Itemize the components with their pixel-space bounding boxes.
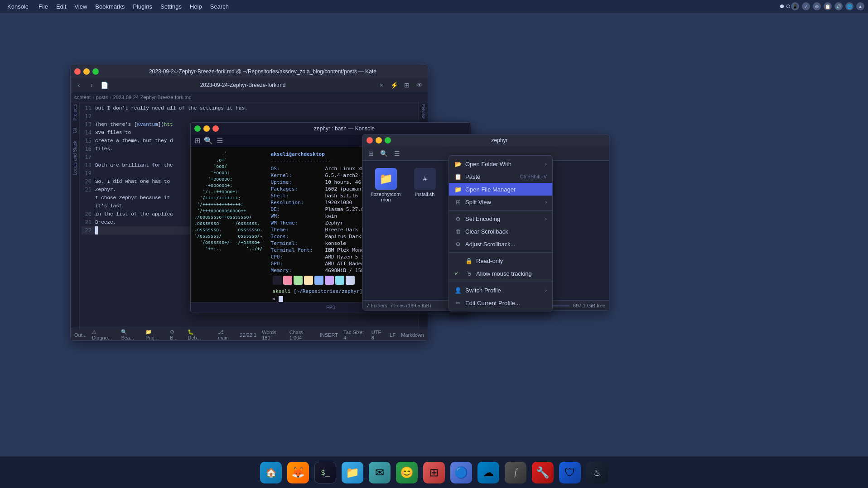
tray-network[interactable]: 🌐 bbox=[845, 2, 854, 10]
status-diagnostics[interactable]: ⚠ Diagno... bbox=[92, 329, 116, 340]
breadcrumb-sep-1: › bbox=[92, 95, 94, 100]
fm-menu-btn[interactable]: ☰ bbox=[392, 149, 402, 158]
menu-edit[interactable]: Edit bbox=[53, 2, 70, 11]
fm-title: zephyr bbox=[394, 137, 605, 144]
konsole-menu-btn[interactable]: ☰ bbox=[217, 136, 223, 145]
status-output[interactable]: Out... bbox=[74, 332, 87, 338]
menu-view[interactable]: View bbox=[71, 2, 91, 11]
menu-settings[interactable]: Settings bbox=[157, 2, 185, 11]
menu-file[interactable]: File bbox=[35, 2, 52, 11]
kate-back-btn[interactable]: ‹ bbox=[73, 80, 84, 91]
dock-instruments[interactable]: 🔧 bbox=[531, 461, 555, 484]
dock-konsole[interactable]: $_ bbox=[313, 461, 337, 484]
fm-close-btn[interactable] bbox=[366, 137, 373, 144]
ctx-switch-profile[interactable]: 👤 Switch Profile › bbox=[449, 284, 552, 297]
ctx-mouse-tracking[interactable]: ✓ 🖱 Allow mouse tracking bbox=[449, 267, 552, 280]
sidebar-lsp-btn[interactable]: Locals and Stack bbox=[72, 141, 77, 175]
status-search[interactable]: 🔍 Sea... bbox=[121, 329, 140, 340]
ctx-divider-3 bbox=[449, 282, 552, 282]
sysinfo-label: Resolution: bbox=[271, 199, 325, 206]
tray-clipboard[interactable]: 📋 bbox=[824, 2, 832, 10]
ctx-shortcut-paste: Ctrl+Shift+V bbox=[520, 174, 547, 179]
tray-vpn[interactable]: ⊕ bbox=[813, 2, 821, 10]
sysinfo-value: Zephyr bbox=[325, 220, 343, 226]
konsole-split-btn[interactable]: ⊞ bbox=[194, 136, 200, 145]
dock-kde-connect[interactable]: ⊞ bbox=[422, 461, 446, 484]
menu-bookmarks[interactable]: Bookmarks bbox=[92, 2, 128, 11]
dock-yakuake[interactable]: 😊 bbox=[395, 461, 419, 484]
dock-bitwarden[interactable]: 🛡 bbox=[558, 461, 582, 484]
fm-item-libzephyrcommon[interactable]: 📁 libzephyrcommon bbox=[370, 168, 402, 202]
ctx-set-encoding[interactable]: ⚙ Set Encoding › bbox=[449, 212, 552, 225]
menu-plugins[interactable]: Plugins bbox=[129, 2, 156, 11]
fm-min-btn[interactable] bbox=[376, 137, 382, 144]
dolphin-icon: 📁 bbox=[342, 462, 363, 483]
encoding-icon: ⚙ bbox=[454, 215, 462, 222]
ctx-open-folder-with[interactable]: 📂 Open Folder With › bbox=[449, 158, 552, 170]
dock-franz[interactable]: f bbox=[504, 461, 527, 484]
workspace-dot-2[interactable] bbox=[786, 5, 790, 8]
sidebar-projects-btn[interactable]: Projects bbox=[72, 104, 77, 120]
kate-preview-btn[interactable]: 👁 bbox=[414, 80, 425, 91]
tray-expand[interactable]: ▲ bbox=[856, 2, 864, 10]
ctx-clear-scrollback[interactable]: 🗑 Clear Scrollback bbox=[449, 225, 552, 238]
ctx-label-mouse: Allow mouse tracking bbox=[476, 270, 547, 277]
steam-icon: ♨ bbox=[586, 462, 608, 483]
chevron-right-icon-2: › bbox=[545, 199, 547, 205]
ctx-label-clear: Clear Scrollback bbox=[465, 228, 547, 235]
tray-check[interactable]: ✓ bbox=[802, 2, 810, 10]
status-mode: INSERT bbox=[320, 332, 338, 338]
konsole-green-btn[interactable] bbox=[194, 125, 201, 132]
sysinfo-label: Terminal: bbox=[271, 240, 325, 247]
fm-free-space: 697.1 GiB free bbox=[573, 303, 605, 308]
kate-forward-btn[interactable]: › bbox=[86, 80, 97, 91]
ctx-label-readonly: Read-only bbox=[476, 258, 547, 264]
dock-firefox[interactable]: 🦊 bbox=[286, 461, 310, 484]
dock-steam[interactable]: ♨ bbox=[585, 461, 609, 484]
ctx-open-file-manager[interactable]: 📁 Open File Manager bbox=[449, 183, 552, 196]
kate-min-btn[interactable] bbox=[83, 68, 90, 75]
prompt-path: [~/Repositories/zephyr] bbox=[294, 288, 362, 294]
kate-close-btn[interactable] bbox=[74, 68, 81, 75]
ctx-divider-2 bbox=[449, 252, 552, 253]
dock-kmail[interactable]: ✉ bbox=[368, 461, 391, 484]
status-build[interactable]: ⚙ B... bbox=[170, 329, 182, 340]
menu-search[interactable]: Search bbox=[207, 2, 232, 11]
dock-arch[interactable]: 🏠 bbox=[259, 461, 283, 484]
fm-split-btn[interactable]: ⊞ bbox=[366, 149, 376, 158]
dock-nextcloud[interactable]: ☁ bbox=[477, 461, 500, 484]
kate-close-tab-btn[interactable]: × bbox=[376, 80, 387, 91]
ctx-edit-profile[interactable]: ✏ Edit Current Profile... bbox=[449, 297, 552, 309]
tray-kdeconnect[interactable]: 📱 bbox=[791, 2, 799, 10]
kate-max-btn[interactable] bbox=[92, 68, 99, 75]
kate-split-btn[interactable]: ⊞ bbox=[401, 80, 412, 91]
ctx-readonly[interactable]: 🔒 Read-only bbox=[449, 254, 552, 267]
status-branch: ⎇ main bbox=[218, 329, 235, 340]
paste-icon: 📋 bbox=[454, 173, 462, 180]
dock-dolphin[interactable]: 📁 bbox=[341, 461, 364, 484]
status-projects[interactable]: 📁 Proj... bbox=[145, 329, 164, 340]
kate-lightning-btn[interactable]: ⚡ bbox=[389, 80, 400, 91]
ctx-split-view[interactable]: ⊞ Split View › bbox=[449, 196, 552, 208]
swatch-4 bbox=[314, 276, 323, 285]
chevron-right-icon-3: › bbox=[545, 216, 547, 221]
dock-korganizer[interactable]: 🔵 bbox=[449, 461, 473, 484]
konsole-close-btn[interactable] bbox=[212, 125, 219, 132]
konsole-search-btn[interactable]: 🔍 bbox=[204, 136, 213, 145]
fm-max-btn[interactable] bbox=[385, 137, 391, 144]
workspace-dot-1[interactable] bbox=[780, 5, 784, 8]
ctx-adjust-scrollback[interactable]: ⚙ Adjust Scrollback... bbox=[449, 238, 552, 250]
fm-search-btn[interactable]: 🔍 bbox=[378, 149, 390, 158]
tray-audio[interactable]: 🔊 bbox=[834, 2, 843, 10]
fm-item-install[interactable]: # install.sh bbox=[409, 168, 441, 202]
konsole-yellow-btn[interactable] bbox=[203, 125, 210, 132]
kate-tab[interactable]: 2023-09-24-Zephyr-Breeze-fork.md bbox=[111, 82, 374, 88]
ctx-paste[interactable]: 📋 Paste Ctrl+Shift+V bbox=[449, 170, 552, 183]
tray-icons: 📱 ✓ ⊕ 📋 🔊 🌐 ▲ bbox=[791, 2, 864, 10]
status-debug[interactable]: 🐛 Deb... bbox=[188, 329, 207, 340]
menu-help[interactable]: Help bbox=[186, 2, 206, 11]
kate-file-btn[interactable]: 📄 bbox=[99, 80, 110, 91]
sidebar-git-btn[interactable]: Git bbox=[72, 128, 77, 134]
cursor bbox=[279, 296, 284, 302]
prompt-user: akseli bbox=[273, 288, 291, 294]
